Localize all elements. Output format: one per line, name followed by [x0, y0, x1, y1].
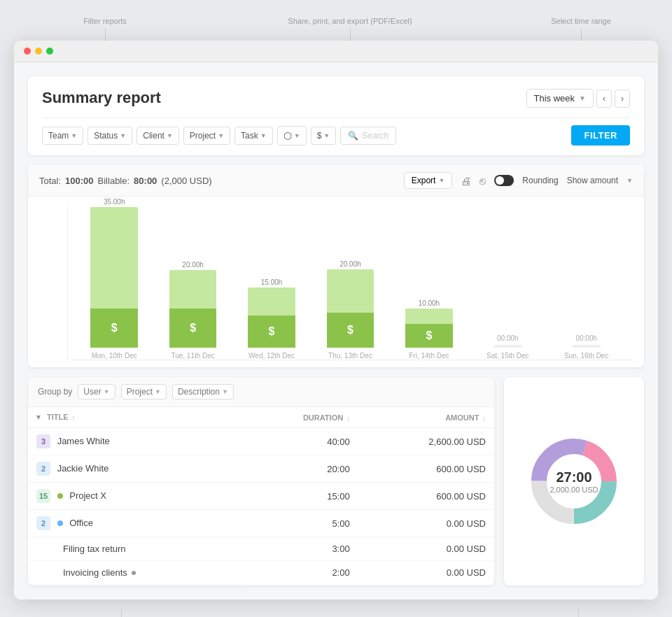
export-caret: ▼ [438, 177, 444, 184]
maximize-icon[interactable] [46, 48, 53, 55]
next-week-button[interactable]: › [615, 90, 630, 108]
dot-office [57, 520, 63, 526]
data-table-card: Group by User ▼ Project ▼ Description ▼ [28, 377, 494, 586]
time-range-caret: ▼ [579, 94, 586, 102]
annotation-hourly-rate: See calculated hourly rate [534, 608, 623, 618]
toggle-switch[interactable] [494, 175, 514, 186]
data-table: ▾ TITLE ↕ DURATION ↕ AMOUNT [28, 407, 494, 586]
browser-chrome [14, 41, 658, 62]
badge-james: 3 [36, 434, 50, 448]
amount-james: 2,600.00 USD [358, 428, 494, 455]
col-duration: DURATION ↕ [241, 407, 358, 428]
filter-bar: Team ▼ Status ▼ Client ▼ Project ▼ [42, 118, 630, 155]
status-filter[interactable]: Status ▼ [88, 127, 132, 145]
amount-invoicing: 0.00 USD [358, 561, 494, 586]
page-title: Summary report [42, 89, 161, 107]
row-invoicing-clients[interactable]: Invoicing clients 2:00 0.00 USD [28, 561, 494, 586]
row-project-x[interactable]: 15 Project X 15:00 600.00 USD [28, 483, 494, 510]
amount-sort-icon: ↕ [483, 415, 486, 422]
print-icon[interactable]: 🖨 [461, 175, 471, 187]
status-caret: ▼ [120, 132, 126, 139]
export-button[interactable]: Export ▼ [404, 172, 453, 189]
team-caret: ▼ [71, 132, 77, 139]
table-header: ▾ TITLE ↕ DURATION ↕ AMOUNT [28, 407, 494, 428]
chart-area: 40h 35h 30h 25h 20h 15h 10h 5h 0 [28, 197, 644, 367]
task-caret: ▼ [260, 132, 267, 139]
group-by-label: Group by [38, 387, 72, 397]
chart-card: Total: 100:00 Billable: 80:00 (2,000 USD… [28, 165, 644, 367]
row-jackie-white[interactable]: 2 Jackie White 20:00 600.00 USD [28, 455, 494, 483]
chart-col-fri: 10.00h $ Fri, 14th Dec [390, 206, 468, 360]
duration-projectx: 15:00 [241, 483, 358, 510]
chart-col-sun: 00:00h Sun, 16th Dec [547, 206, 626, 360]
row-filing-tax[interactable]: Filing tax return 3:00 0.00 USD [28, 537, 494, 561]
amount-filing-tax: 0.00 USD [358, 537, 494, 561]
duration-james: 40:00 [241, 428, 358, 455]
show-amount-label: Show amount [567, 176, 618, 185]
minimize-icon[interactable] [35, 48, 42, 55]
expand-all[interactable]: ▾ [36, 413, 41, 421]
dot-projectx [57, 493, 63, 499]
row-james-white[interactable]: 3 James White 40:00 2,600.00 USD [28, 428, 494, 455]
billable-label: Billable: [98, 176, 130, 186]
task-filter[interactable]: Task ▼ [234, 127, 273, 145]
donut-amount: 2,000.00 USD [550, 485, 598, 493]
annotation-time-range: Select time range [551, 17, 611, 25]
name-invoicing-clients: Invoicing clients [63, 567, 127, 578]
chart-col-mon: 35.00h $ Mon, 10th Dec [75, 206, 153, 360]
billable-filter[interactable]: $ ▼ [311, 127, 337, 145]
donut-center: 27:00 2,000.00 USD [550, 469, 598, 493]
chart-col-tue: 20.00h $ Tue, 11th Dec [153, 206, 232, 360]
group-by-bar: Group by User ▼ Project ▼ Description ▼ [28, 377, 494, 407]
time-range-button[interactable]: This week ▼ [526, 89, 594, 108]
badge-office: 2 [36, 516, 50, 530]
prev-week-button[interactable]: ‹ [596, 90, 612, 108]
desc-caret: ▼ [222, 388, 228, 395]
filter-button[interactable]: FILTER [571, 125, 630, 146]
group-project-dropdown[interactable]: Project ▼ [121, 384, 167, 399]
annotation-filter-reports: Filter reports [83, 17, 127, 25]
search-icon: 🔍 [348, 131, 358, 141]
billable-caret: ▼ [323, 132, 330, 139]
user-caret: ▼ [104, 388, 110, 395]
project-group-caret: ▼ [155, 388, 161, 395]
project-caret: ▼ [218, 132, 224, 139]
team-filter[interactable]: Team ▼ [42, 127, 83, 145]
duration-sort-icon: ↕ [346, 415, 350, 422]
duration-jackie: 20:00 [241, 455, 358, 483]
annotation-share-export: Share, print, and export (PDF/Excel) [288, 17, 412, 25]
title-sort-icon: ↕ [72, 414, 76, 421]
annotation-time-breakdown: See time broken down by user and activit… [49, 608, 194, 618]
time-range-selector: This week ▼ ‹ › [526, 89, 630, 108]
rounding-label: Rounding [522, 176, 558, 185]
chart-col-wed: 15.00h $ Wed, 12th Dec [232, 206, 311, 360]
donut-card: 27:00 2,000.00 USD [504, 377, 644, 586]
col-title: ▾ TITLE ↕ [28, 407, 241, 428]
donut-chart: 27:00 2,000.00 USD [525, 432, 623, 530]
duration-invoicing: 2:00 [241, 561, 358, 586]
close-icon[interactable] [24, 48, 31, 55]
billable-value: 80:00 [134, 176, 157, 186]
group-user-dropdown[interactable]: User ▼ [78, 384, 115, 399]
tag-filter[interactable]: ⬡ ▼ [277, 126, 307, 146]
bar-chart: 35.00h $ Mon, 10th Dec [67, 206, 633, 360]
duration-filing-tax: 3:00 [241, 537, 358, 561]
search-box[interactable]: 🔍 Search [340, 127, 396, 145]
donut-time: 27:00 [550, 469, 598, 485]
client-caret: ▼ [167, 132, 173, 139]
share-icon[interactable]: ⎋ [479, 175, 486, 187]
bottom-section: Group by User ▼ Project ▼ Description ▼ [28, 377, 644, 586]
amount-projectx: 600.00 USD [358, 483, 494, 510]
amount-office: 0.00 USD [358, 510, 494, 537]
col-amount: AMOUNT ↕ [358, 407, 494, 428]
row-office[interactable]: 2 Office 5:00 0.00 USD [28, 510, 494, 537]
duration-office: 5:00 [241, 510, 358, 537]
project-filter[interactable]: Project ▼ [183, 127, 230, 145]
stats-bar: Total: 100:00 Billable: 80:00 (2,000 USD… [28, 165, 644, 197]
total-value: 100:00 [65, 176, 93, 186]
header-card: Summary report This week ▼ ‹ › Team ▼ [28, 76, 644, 155]
name-james: James White [57, 436, 110, 446]
client-filter[interactable]: Client ▼ [136, 127, 179, 145]
group-description-dropdown[interactable]: Description ▼ [172, 384, 234, 399]
badge-projectx: 15 [36, 489, 50, 503]
